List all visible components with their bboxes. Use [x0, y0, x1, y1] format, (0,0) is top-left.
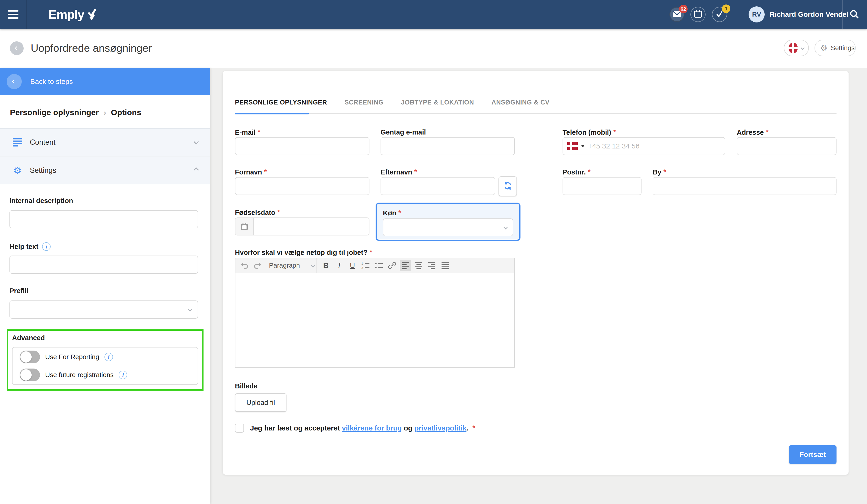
- prefill-select[interactable]: [9, 300, 198, 319]
- terms-checkbox[interactable]: [235, 423, 244, 432]
- city-label: By*: [653, 168, 666, 176]
- tab-personlige-oplysninger[interactable]: PERSONLIGE OPLYSNINGER: [235, 99, 327, 106]
- form-preview-card: PERSONLIGE OPLYSNINGER SCREENING JOBTYPE…: [223, 71, 848, 475]
- required-asterisk: *: [414, 168, 417, 175]
- text-lines-icon: [12, 138, 23, 147]
- inbox-button[interactable]: 62: [670, 7, 685, 22]
- search-button[interactable]: [848, 9, 860, 21]
- calendar-button[interactable]: [691, 7, 706, 22]
- phone-label: Telefon (mobil)*: [563, 128, 616, 136]
- align-center-button[interactable]: [413, 260, 424, 271]
- paragraph-format-select[interactable]: Paragraph: [267, 258, 317, 273]
- denmark-flag-icon[interactable]: [567, 142, 578, 150]
- calendar-icon[interactable]: [235, 218, 254, 235]
- italic-button[interactable]: I: [333, 260, 345, 271]
- terms-of-use-link[interactable]: vilkårene for brug: [342, 424, 402, 432]
- tab-ansogning-cv[interactable]: ANSØGNING & CV: [491, 99, 549, 106]
- breadcrumb-separator: ›: [104, 108, 106, 117]
- link-button[interactable]: [386, 260, 398, 271]
- back-button[interactable]: [10, 41, 24, 55]
- bold-button[interactable]: B: [320, 260, 332, 271]
- chevron-down-icon: [194, 140, 198, 145]
- section-settings-label: Settings: [30, 166, 56, 175]
- required-asterisk: *: [370, 248, 372, 256]
- email-label: E-mail*: [235, 128, 260, 136]
- internal-description-input[interactable]: [9, 210, 198, 228]
- tab-jobtype-lokation[interactable]: JOBTYPE & LOKATION: [401, 99, 474, 106]
- tasks-button[interactable]: 1: [712, 7, 727, 22]
- align-right-button[interactable]: [426, 260, 438, 271]
- gender-label: Køn*: [383, 209, 401, 217]
- breadcrumb-parent[interactable]: Personlige oplysninger: [10, 108, 99, 117]
- form-tabs: PERSONLIGE OPLYSNINGER SCREENING JOBTYPE…: [235, 99, 549, 106]
- underline-button[interactable]: U: [347, 260, 358, 271]
- editor-textarea[interactable]: [235, 273, 515, 368]
- avatar[interactable]: RV: [749, 7, 765, 22]
- terms-text: Jeg har læst og accepteret vilkårene for…: [250, 424, 475, 432]
- gender-field-highlighted: Køn*: [376, 203, 521, 241]
- dropdown-triangle-icon[interactable]: [581, 145, 585, 147]
- lastname-input[interactable]: [381, 177, 495, 195]
- use-for-reporting-toggle[interactable]: [20, 351, 40, 363]
- tasks-badge: 1: [722, 4, 730, 13]
- zip-label: Postnr.*: [563, 168, 590, 176]
- top-navbar: Emply 62 1 RV Richard Gordon Vendel: [0, 0, 867, 29]
- gender-select[interactable]: [383, 218, 513, 236]
- birthdate-field: [235, 217, 370, 235]
- email-input[interactable]: [235, 137, 370, 155]
- upload-file-button[interactable]: Upload fil: [235, 393, 287, 412]
- page-title: Uopfordrede ansøgninger: [31, 42, 152, 54]
- info-icon[interactable]: i: [119, 371, 127, 379]
- align-left-button[interactable]: [400, 260, 411, 271]
- user-name[interactable]: Richard Gordon Vendel: [770, 0, 848, 29]
- internal-description-label: Internal description: [9, 197, 73, 205]
- privacy-policy-link[interactable]: privatlivspolitik: [414, 424, 466, 432]
- required-asterisk: *: [472, 424, 475, 431]
- calendar-icon: [694, 10, 702, 19]
- search-icon: [849, 9, 859, 20]
- language-selector[interactable]: [784, 40, 809, 56]
- ordered-list-button[interactable]: 12: [360, 260, 371, 271]
- zip-input[interactable]: [563, 177, 642, 195]
- info-icon[interactable]: i: [105, 353, 113, 361]
- required-asterisk: *: [278, 208, 280, 216]
- emply-logo[interactable]: Emply: [49, 0, 97, 29]
- page-header: Uopfordrede ansøgninger ⚙ Settings: [0, 29, 867, 68]
- justify-button[interactable]: [439, 260, 451, 271]
- active-tab-indicator: [235, 113, 309, 115]
- logo-text: Emply: [49, 7, 84, 22]
- address-input[interactable]: [737, 137, 836, 155]
- tab-underline: [235, 113, 836, 115]
- sync-button[interactable]: [499, 176, 517, 196]
- section-content[interactable]: Content: [0, 128, 210, 156]
- info-icon[interactable]: i: [42, 242, 51, 251]
- settings-button[interactable]: ⚙ Settings: [814, 40, 856, 56]
- firstname-input[interactable]: [235, 177, 370, 195]
- bullet-list-button[interactable]: [373, 260, 385, 271]
- advanced-section-highlighted: Advanced Use For Reporting i Use future …: [7, 329, 204, 391]
- tab-screening[interactable]: SCREENING: [345, 99, 384, 106]
- toggle-row-use-future-registrations: Use future registrations i: [20, 368, 191, 381]
- use-future-registrations-toggle[interactable]: [20, 368, 40, 381]
- breadcrumb: Personlige oplysninger › Options: [10, 108, 141, 117]
- repeat-email-input[interactable]: [381, 137, 515, 155]
- birthdate-input[interactable]: [254, 218, 369, 235]
- terms-row: Jeg har læst og accepteret vilkårene for…: [235, 423, 475, 432]
- hamburger-menu-icon[interactable]: [0, 0, 26, 29]
- redo-button[interactable]: [252, 260, 263, 271]
- check-icon: [716, 10, 724, 19]
- required-asterisk: *: [588, 168, 590, 175]
- undo-button[interactable]: [239, 260, 250, 271]
- back-to-steps-button[interactable]: Back to steps: [0, 68, 210, 95]
- logo-check-icon: [86, 8, 97, 21]
- required-asterisk: *: [264, 168, 267, 175]
- help-text-input[interactable]: [9, 256, 198, 274]
- section-settings[interactable]: ⚙ Settings: [0, 157, 210, 184]
- phone-input[interactable]: [588, 142, 720, 150]
- continue-button[interactable]: Fortsæt: [789, 446, 836, 464]
- prefill-label: Prefill: [9, 287, 29, 295]
- advanced-toggles-box: Use For Reporting i Use future registrat…: [12, 347, 198, 385]
- image-label: Billede: [235, 382, 257, 390]
- city-input[interactable]: [653, 177, 836, 195]
- breadcrumb-current: Options: [111, 108, 141, 117]
